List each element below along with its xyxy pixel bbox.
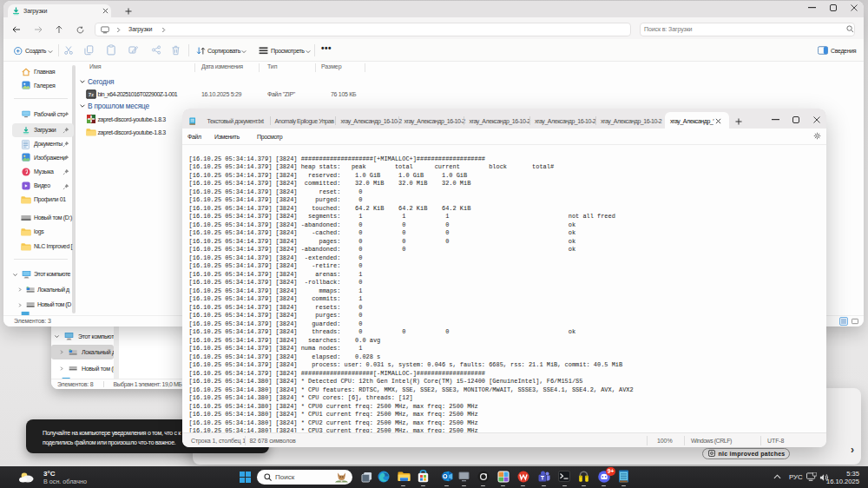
svg-text:7z: 7z (89, 91, 94, 96)
